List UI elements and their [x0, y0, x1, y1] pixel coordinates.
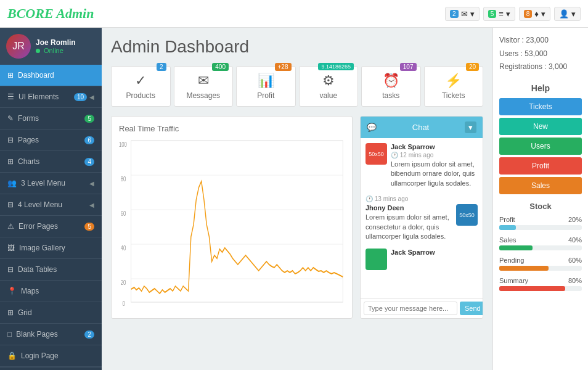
- chat-send-button[interactable]: Send: [460, 302, 483, 315]
- products-icon: ✓: [120, 73, 161, 89]
- page-title: Admin Dashboard: [111, 37, 483, 57]
- grid-icon: ⊞: [7, 308, 14, 317]
- help-section: Help Tickets New Users Profit Sales: [499, 83, 582, 194]
- value-icon: ⚙: [308, 73, 349, 89]
- sidebar-item-pages[interactable]: ⊟ Pages6: [0, 130, 102, 151]
- profit-button[interactable]: Profit: [499, 157, 582, 175]
- right-panel: Visitor : 23,000 Users : 53,000 Registra…: [492, 28, 588, 370]
- value-label: value: [308, 91, 349, 100]
- stat-tasks[interactable]: 107 ⏰ tasks: [361, 66, 421, 107]
- users-count: Users : 53,000: [499, 47, 582, 61]
- messages-stat-label: Messages: [183, 91, 224, 100]
- chat-message-3: Jack Sparrow: [365, 249, 478, 270]
- sales-button[interactable]: Sales: [499, 177, 582, 194]
- products-badge: 2: [157, 63, 166, 71]
- user-name: Joe Romlin: [36, 38, 76, 47]
- list-icon: ≡: [499, 9, 504, 18]
- sidebar-item-charts[interactable]: ⊞ Charts4: [0, 151, 102, 173]
- sidebar-item-maps[interactable]: 📍 Maps: [0, 281, 102, 302]
- chat-dropdown-btn[interactable]: ▾: [465, 121, 476, 133]
- level4-icon: ⊟: [7, 200, 14, 209]
- sidebar-item-dashboard[interactable]: ⊞ Dashboard: [0, 65, 102, 86]
- notifications-badge: 5: [488, 10, 497, 18]
- alerts-icon: ♦: [534, 9, 539, 18]
- profit-bar: [499, 225, 516, 230]
- svg-text:100: 100: [119, 141, 127, 149]
- map-icon: 📍: [7, 287, 17, 295]
- tickets-label: Tickets: [433, 91, 475, 100]
- stat-products[interactable]: 2 ✓ Products: [111, 66, 171, 107]
- progress-profit: Profit 20%: [499, 216, 582, 230]
- table-icon: ⊟: [7, 265, 14, 274]
- dropdown-icon2: ▾: [506, 9, 510, 18]
- svg-text:80: 80: [121, 175, 126, 183]
- stat-profit[interactable]: +28 📊 Profit: [236, 66, 296, 107]
- jhony-avatar: 50x50: [456, 204, 478, 226]
- chat-input-row: Send: [361, 298, 483, 318]
- chat-input[interactable]: [364, 302, 457, 315]
- sidebar-menu: ⊞ Dashboard ☰ UI Elements10◀ ✎ Forms5 ⊟ …: [0, 65, 102, 367]
- stats-row: 2 ✓ Products 400 ✉ Messages +28 📊 Profit…: [111, 66, 483, 107]
- advertisement: Advertisement: [0, 367, 102, 370]
- progress-pending: Pending 60%: [499, 257, 582, 271]
- users-button[interactable]: Users: [499, 138, 582, 155]
- sales-bar: [499, 245, 533, 250]
- bottom-row: Real Time Traffic 100 80 60 40 20 0: [111, 116, 483, 319]
- visitor-count: Visitor : 23,000: [499, 34, 582, 47]
- nav-alerts[interactable]: 8 ♦ ▾: [519, 7, 550, 21]
- profit-icon: 📊: [245, 73, 287, 89]
- nav-user[interactable]: 👤 ▾: [554, 7, 581, 21]
- stat-messages[interactable]: 400 ✉ Messages: [174, 66, 234, 107]
- jack-avatar: 50x50: [365, 143, 387, 165]
- sidebar-item-error[interactable]: ⚠ Error Pages5: [0, 216, 102, 237]
- sidebar: JR Joe Romlin Online ⊞ Dashboard ☰ UI El…: [0, 28, 102, 370]
- chat-section: 💬 Chat ▾ 50x50 Jack Sparrow 🕐 12 mins ag…: [360, 116, 483, 319]
- nav-notifications[interactable]: 5 ≡ ▾: [483, 7, 515, 21]
- help-title: Help: [499, 83, 582, 93]
- progress-summary: Summary 80%: [499, 277, 582, 291]
- sidebar-item-3level[interactable]: 👥 3 Level Menu◀: [0, 173, 102, 194]
- stat-tickets[interactable]: 20 ⚡ Tickets: [424, 66, 484, 107]
- new-button[interactable]: New: [499, 118, 582, 135]
- sidebar-item-4level[interactable]: ⊟ 4 Level Menu◀: [0, 194, 102, 216]
- messages-stat-icon: ✉: [183, 73, 224, 89]
- progress-sales: Sales 40%: [499, 236, 582, 250]
- sidebar-item-gallery[interactable]: 🖼 Image Gallery: [0, 237, 102, 259]
- visitor-stats: Visitor : 23,000 Users : 53,000 Registra…: [499, 34, 582, 74]
- svg-text:20: 20: [121, 279, 126, 287]
- svg-text:0: 0: [123, 300, 125, 308]
- dashboard-icon: ⊞: [7, 71, 14, 80]
- main-layout: JR Joe Romlin Online ⊞ Dashboard ☰ UI El…: [0, 28, 588, 370]
- progress-section: Profit 20% Sales 40% Pending: [499, 216, 582, 291]
- messages-icon: ✉: [461, 9, 468, 18]
- pending-bar: [499, 266, 549, 271]
- stat-value[interactable]: 9.14186265 ⚙ value: [299, 66, 359, 107]
- jack-avatar-2: [365, 249, 387, 270]
- nav-messages[interactable]: 2 ✉ ▾: [445, 7, 480, 21]
- sidebar-item-blank[interactable]: □ Blank Pages2: [0, 324, 102, 345]
- chat-body: 50x50 Jack Sparrow 🕐 12 mins ago Lorem i…: [361, 138, 483, 298]
- sidebar-item-login[interactable]: 🔒 Login Page: [0, 345, 102, 367]
- chart-container: 100 80 60 40 20 0: [119, 138, 345, 311]
- top-navbar: BCORE Admin 2 ✉ ▾ 5 ≡ ▾ 8 ♦ ▾ 👤 ▾: [0, 0, 588, 28]
- sidebar-item-ui-elements[interactable]: ☰ UI Elements10◀: [0, 86, 102, 108]
- sidebar-item-datatables[interactable]: ⊟ Data Tables: [0, 259, 102, 281]
- sidebar-item-forms[interactable]: ✎ Forms5: [0, 108, 102, 130]
- sidebar-item-grid[interactable]: ⊞ Grid: [0, 302, 102, 324]
- tickets-button[interactable]: Tickets: [499, 98, 582, 115]
- traffic-chart: 100 80 60 40 20 0: [119, 138, 345, 311]
- brand-logo: BCORE Admin: [7, 6, 94, 22]
- gallery-icon: 🖼: [7, 244, 15, 252]
- pages-icon: ⊟: [7, 136, 14, 144]
- status-dot: [36, 49, 40, 53]
- chat-icon: 💬: [367, 123, 377, 132]
- blank-icon: □: [7, 330, 12, 339]
- registrations-count: Registrations : 3,000: [499, 60, 582, 74]
- level3-icon: 👥: [7, 179, 17, 187]
- error-icon: ⚠: [7, 222, 14, 231]
- nav-icons: 2 ✉ ▾ 5 ≡ ▾ 8 ♦ ▾ 👤 ▾: [445, 7, 581, 21]
- dropdown-icon3: ▾: [541, 9, 545, 18]
- messages-badge: 2: [450, 10, 459, 18]
- profit-badge: +28: [275, 63, 292, 71]
- chat-header: 💬 Chat ▾: [361, 117, 483, 138]
